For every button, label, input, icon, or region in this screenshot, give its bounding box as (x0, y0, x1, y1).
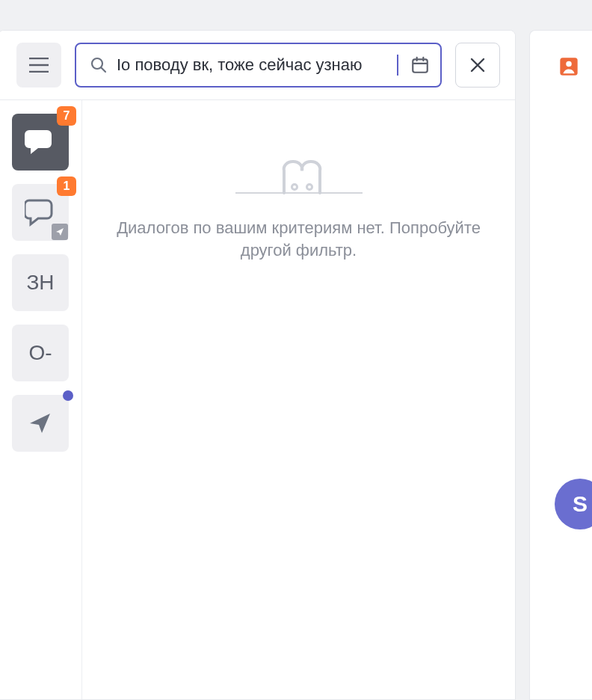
channel-chat-active[interactable]: 7 (12, 114, 69, 171)
badge: 7 (57, 106, 76, 126)
dialogs-list: Диалогов по вашим критериям нет. Попробу… (82, 100, 515, 699)
close-icon (469, 57, 486, 73)
svg-point-6 (566, 61, 571, 67)
channel-o-dash[interactable]: О- (12, 325, 69, 381)
dialogs-panel: 7 1 ЗН О- (0, 30, 516, 700)
channel-column: 7 1 ЗН О- (0, 100, 82, 699)
floating-action[interactable]: S (541, 479, 592, 529)
corner-send-icon (52, 224, 68, 240)
menu-icon (29, 58, 49, 73)
detail-panel (529, 30, 592, 700)
chat-filled-icon (25, 127, 56, 157)
toolbar (0, 31, 515, 100)
svg-point-4 (306, 185, 312, 190)
svg-rect-1 (413, 59, 428, 72)
badge: 1 (57, 176, 76, 196)
search-input[interactable] (117, 55, 388, 75)
notification-dot (63, 390, 73, 401)
clear-search-button[interactable] (455, 43, 500, 88)
channel-send[interactable] (12, 395, 69, 452)
calendar-icon[interactable] (407, 55, 433, 75)
channel-label: О- (28, 341, 52, 365)
svg-point-3 (292, 185, 297, 190)
channel-chat-secondary[interactable]: 1 (12, 184, 69, 241)
empty-state-text: Диалогов по вашим критериям нет. Попробу… (105, 217, 493, 261)
channel-zn[interactable]: ЗН (12, 254, 69, 311)
text-cursor (397, 55, 398, 76)
send-icon (28, 411, 53, 436)
body-row: 7 1 ЗН О- (0, 100, 515, 699)
menu-button[interactable] (16, 43, 61, 88)
chat-outline-icon (25, 197, 56, 227)
search-icon (90, 56, 108, 74)
fab-circle[interactable]: S (555, 479, 592, 529)
channel-label: ЗН (26, 271, 54, 295)
main-row: 7 1 ЗН О- (0, 30, 592, 700)
search-field[interactable] (75, 43, 442, 88)
empty-illustration (235, 145, 363, 194)
fab-letter: S (573, 491, 588, 517)
person-icon[interactable] (558, 56, 579, 77)
top-strip (0, 0, 592, 30)
